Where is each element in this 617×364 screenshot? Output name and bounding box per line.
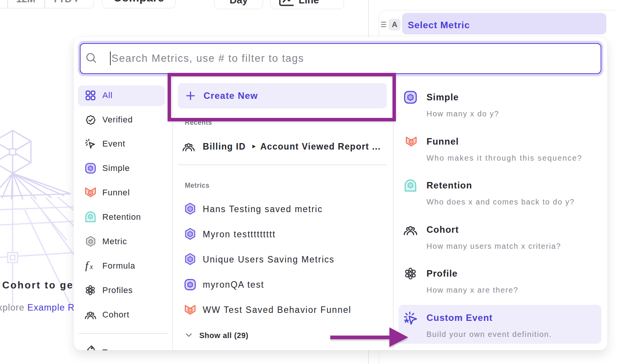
svg-text:x: x (89, 263, 93, 271)
svg-text:f: f (85, 261, 90, 271)
